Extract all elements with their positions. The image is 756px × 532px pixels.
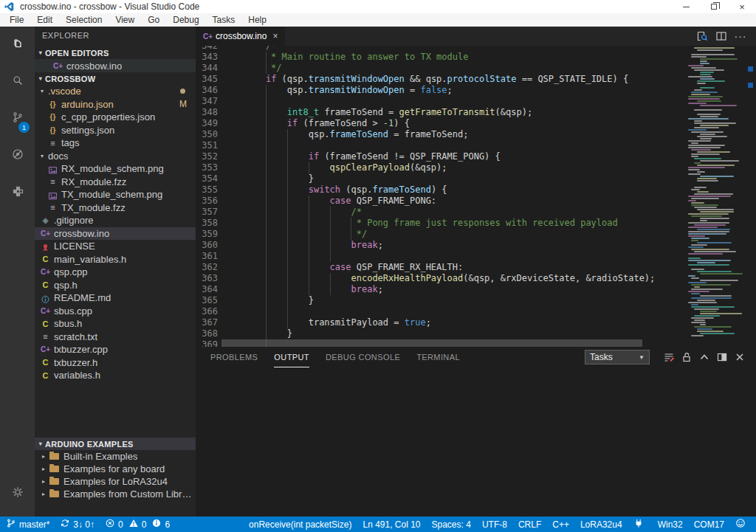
menu-view[interactable]: View — [109, 13, 141, 27]
item-label: qsp.cpp — [54, 266, 88, 277]
activity-explorer[interactable] — [0, 27, 35, 63]
status-serial-plug[interactable] — [633, 518, 647, 531]
extensions-icon — [12, 185, 24, 200]
tree-item-gitignore[interactable]: ◈.gitignore — [35, 214, 196, 227]
menu-selection[interactable]: Selection — [59, 13, 109, 27]
tree-item-license[interactable]: LICENSE — [35, 240, 196, 253]
arduino-examples-header[interactable]: ▾ ARDUINO EXAMPLES — [35, 438, 196, 450]
clear-output-button[interactable] — [660, 348, 678, 366]
status-arduino-callback[interactable]: onReceive(int packetSize) — [249, 519, 351, 530]
tree-item-sbus-cpp[interactable]: C+sbus.cpp — [35, 305, 196, 318]
menu-edit[interactable]: Edit — [30, 13, 59, 27]
tree-item-txbuzzer-cpp[interactable]: C+txbuzzer.cpp — [35, 343, 196, 356]
tree-item-variables-h[interactable]: Cvariables.h — [35, 369, 196, 382]
tree-item-tx-module-schem-png[interactable]: TX_module_schem.png — [35, 188, 196, 201]
close-panel-button[interactable] — [731, 348, 749, 366]
menu-help[interactable]: Help — [241, 13, 273, 27]
panel-tab-output[interactable]: OUTPUT — [274, 347, 309, 367]
tree-item-crossbow-ino[interactable]: C+crossbow.ino — [35, 59, 196, 72]
tree-item-main-variables-h[interactable]: Cmain_variables.h — [35, 253, 196, 266]
status-infos[interactable]: 6 — [151, 518, 170, 531]
tree-item-qsp-cpp[interactable]: C+qsp.cpp — [35, 266, 196, 279]
project-header[interactable]: ▾ CROSSBOW — [35, 72, 196, 85]
h-file-icon: C — [41, 280, 50, 289]
status-encoding[interactable]: UTF-8 — [482, 519, 507, 530]
activity-source-control[interactable]: 1 — [0, 100, 35, 137]
restore-icon[interactable] — [700, 0, 728, 13]
status-serial-port[interactable]: COM17 — [694, 519, 724, 530]
open-editors-header[interactable]: ▾ OPEN EDITORS — [35, 46, 196, 59]
item-label: arduino.json — [61, 99, 114, 110]
explorer-sidebar: EXPLORER ▾ OPEN EDITORS C+crossbow.ino ▾… — [35, 27, 196, 517]
activity-settings[interactable] — [0, 474, 35, 511]
maximize-panel-button[interactable] — [695, 348, 713, 366]
menu-debug[interactable]: Debug — [166, 13, 205, 27]
panel-tab-debug-console[interactable]: DEBUG CONSOLE — [326, 347, 400, 367]
status-label: COM17 — [694, 519, 724, 530]
close-icon[interactable]: × — [728, 0, 756, 13]
line-number: 354 — [196, 173, 218, 184]
tab-close-icon[interactable]: × — [272, 31, 278, 41]
status-sync-status[interactable]: 3↓ 0↑ — [60, 518, 94, 531]
tree-item-rx-module-schem-png[interactable]: RX_module_schem.png — [35, 162, 196, 176]
open-preview-button[interactable] — [693, 27, 712, 46]
status-cursor-position[interactable]: Ln 491, Col 10 — [362, 519, 420, 530]
output-channel-select[interactable]: Tasks ▼ — [585, 350, 650, 365]
tree-item-arduino-json[interactable]: {}arduino.jsonM — [35, 98, 196, 111]
status-board[interactable]: LoRA32u4 — [580, 519, 622, 530]
example-examples-from-custom-libraries[interactable]: ▸Examples from Custom Libraries — [35, 488, 196, 500]
horizontal-scrollbar[interactable] — [221, 339, 642, 347]
output-panel-body[interactable] — [196, 367, 756, 517]
status-language-mode[interactable]: C++ — [552, 519, 569, 530]
folder-icon — [49, 478, 59, 485]
tree-item-docs[interactable]: ▾docs — [35, 150, 196, 163]
activity-extensions[interactable] — [0, 174, 35, 211]
arduino-examples-list: ▸Built-in Examples▸Examples for any boar… — [35, 450, 196, 500]
tree-item-c-cpp-properties-json[interactable]: {}c_cpp_properties.json — [35, 111, 196, 124]
line-number: 345 — [196, 74, 218, 85]
status-platform[interactable]: Win32 — [658, 519, 683, 530]
list-file-icon: ≡ — [41, 332, 50, 341]
panel-header: PROBLEMSOUTPUTDEBUG CONSOLETERMINAL Task… — [196, 347, 756, 367]
status-errors[interactable]: 0 — [105, 518, 123, 531]
status-feedback[interactable] — [735, 518, 749, 531]
panel-tab-terminal[interactable]: TERMINAL — [416, 347, 460, 367]
tree-item-settings-json[interactable]: {}settings.json — [35, 124, 196, 137]
menu-tasks[interactable]: Tasks — [206, 13, 242, 27]
status-indentation[interactable]: Spaces: 4 — [432, 519, 471, 530]
git-modified-badge: M — [179, 99, 187, 109]
tab-crossbow-ino[interactable]: C+ crossbow.ino × — [196, 27, 285, 46]
tree-item-txbuzzer-h[interactable]: Ctxbuzzer.h — [35, 356, 196, 370]
minimize-icon[interactable] — [672, 0, 700, 13]
tree-item-sbus-h[interactable]: Csbus.h — [35, 317, 196, 331]
more-actions-button[interactable]: ··· — [731, 27, 750, 46]
status-git-branch-status[interactable]: master* — [6, 518, 49, 531]
tree-item-readme-md[interactable]: README.md — [35, 291, 196, 305]
example-built-in-examples[interactable]: ▸Built-in Examples — [35, 450, 196, 463]
json-file-icon: {} — [48, 100, 58, 108]
toggle-scroll-lock-button[interactable] — [678, 348, 695, 366]
item-label: main_variables.h — [54, 254, 126, 265]
tree-item-tx-module-fzz[interactable]: ≡TX_module.fzz — [35, 201, 196, 215]
tree-item-rx-module-fzz[interactable]: ≡RX_module.fzz — [35, 176, 196, 189]
code-line-350: 350 qsp.frameToSend = frameToSend; — [196, 129, 746, 140]
split-editor-button[interactable] — [712, 27, 731, 46]
tree-item-qsp-h[interactable]: Cqsp.h — [35, 279, 196, 292]
example-examples-for-lora32u4[interactable]: ▸Examples for LoRA32u4 — [35, 475, 196, 488]
tree-item-vscode[interactable]: ▾.vscode — [35, 85, 196, 98]
activity-debug[interactable] — [0, 137, 35, 174]
activity-search[interactable] — [0, 63, 35, 100]
minimap[interactable] — [687, 46, 746, 341]
code-editor[interactable]: 342 /*343 * Main routine to answer to TX… — [196, 46, 746, 347]
example-examples-for-any-board[interactable]: ▸Examples for any board — [35, 463, 196, 475]
tree-item-scratch-txt[interactable]: ≡scratch.txt — [35, 331, 196, 344]
status-warnings[interactable]: 0 — [128, 518, 147, 531]
tree-item-crossbow-ino[interactable]: C+crossbow.ino — [35, 227, 196, 241]
panel-tab-problems[interactable]: PROBLEMS — [210, 347, 258, 367]
panel-position-button[interactable] — [713, 348, 731, 366]
folder-icon — [49, 453, 59, 460]
menu-file[interactable]: File — [3, 13, 30, 27]
menu-go[interactable]: Go — [141, 13, 166, 27]
status-eol[interactable]: CRLF — [518, 519, 541, 530]
tree-item-tags[interactable]: ≡tags — [35, 137, 196, 150]
